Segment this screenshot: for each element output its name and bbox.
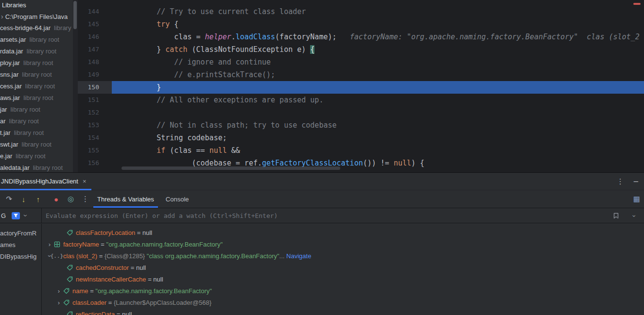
resume-icon[interactable]: ◎ <box>67 195 75 203</box>
line-number[interactable]: 152 <box>78 106 112 119</box>
tree-item[interactable]: rdata.jarlibrary root <box>0 46 73 57</box>
code-line[interactable]: 146 clas = helper.loadClass(factoryName)… <box>78 31 644 43</box>
variable-text: "class org.apache.naming.factory.BeanFac… <box>147 252 279 260</box>
line-number[interactable]: 151 <box>78 94 112 106</box>
line-number[interactable]: 147 <box>78 43 112 56</box>
frame-item[interactable]: DIBypassHig <box>0 251 41 263</box>
code-line[interactable]: 148 // ignore and continue <box>78 56 644 68</box>
code-segment: // ignore and continue <box>122 58 271 66</box>
minimize-icon[interactable]: ─ <box>634 178 638 185</box>
debug-session-tab[interactable]: JNDIBypassHighJavaClient × <box>0 173 91 190</box>
tab-threads-variables[interactable]: Threads & Variables <box>91 190 160 208</box>
tree-item-label: C:\Program Files\Java <box>5 13 68 20</box>
tree-item[interactable]: jarlibrary root <box>0 104 73 116</box>
variable-row[interactable]: classFactoryLocation = null <box>42 227 644 238</box>
code-segment: clas (slot_2 <box>587 33 639 41</box>
variable-row[interactable]: cachedConstructor = null <box>42 262 644 273</box>
filter-icon[interactable] <box>12 212 20 219</box>
variable-row[interactable]: reflectionData = null <box>42 308 644 315</box>
tree-item-label: sns.jar <box>0 71 18 78</box>
libraries-scrollbar[interactable] <box>73 0 78 172</box>
code-line[interactable]: 153 // Not in class path; try to use cod… <box>78 119 644 132</box>
tree-item[interactable]: swt.jarlibrary root <box>0 139 73 150</box>
line-number[interactable]: 153 <box>78 119 112 132</box>
code-line[interactable]: 152 <box>78 106 644 119</box>
tree-item[interactable]: arlibrary root <box>0 116 73 127</box>
frame-item[interactable]: actoryFromR <box>0 228 41 239</box>
chevron-right-icon[interactable]: › <box>55 287 62 295</box>
more-options-icon[interactable]: ⋮ <box>617 177 624 186</box>
close-icon[interactable]: × <box>83 178 87 185</box>
editor-horizontal-scrollbar[interactable] <box>122 166 340 170</box>
variable-row[interactable]: ›factoryName = "org.apache.naming.factor… <box>42 238 644 250</box>
line-number[interactable]: 148 <box>78 56 112 68</box>
bookmark-icon[interactable] <box>613 213 619 220</box>
tree-item[interactable]: cess-bridge-64.jarlibrary root <box>0 22 73 34</box>
line-number[interactable]: 150 <box>78 81 112 94</box>
code-segment: catch <box>165 45 187 54</box>
frame-item[interactable]: ames <box>0 239 41 251</box>
chevron-down-icon[interactable]: › <box>46 252 53 259</box>
tree-item[interactable]: e.jarlibrary root <box>0 150 73 162</box>
code-line[interactable]: 150 } <box>78 81 644 94</box>
tree-item[interactable]: aws.jarlibrary root <box>0 92 73 104</box>
code-line[interactable]: 151 // All other exceptions are passed u… <box>78 94 644 106</box>
chevron-right-icon[interactable]: › <box>55 299 62 306</box>
variable-row[interactable]: ›name = "org.apache.naming.factory.BeanF… <box>42 285 644 297</box>
variable-row[interactable]: newInstanceCallerCache = null <box>42 273 644 285</box>
chevron-right-icon[interactable]: › <box>1 13 3 20</box>
tree-item[interactable]: arsets.jarlibrary root <box>0 34 73 46</box>
variable-text: {Class@1285} <box>104 252 145 260</box>
navigate-link[interactable]: Navigate <box>286 252 311 260</box>
line-number[interactable]: 146 <box>78 31 112 43</box>
line-number[interactable]: 155 <box>78 144 112 157</box>
tab-console-label: Console <box>166 196 189 203</box>
code-line[interactable]: 147 } catch (ClassNotFoundException e) { <box>78 43 644 56</box>
chevron-right-icon[interactable]: › <box>46 241 53 248</box>
code-line[interactable]: 155 if (clas == null && <box>78 144 644 157</box>
libraries-root-label[interactable]: Libraries <box>0 0 73 11</box>
variable-text: null <box>153 276 163 283</box>
stop-icon[interactable]: ● <box>52 195 60 203</box>
code-text: // Not in class path; try to use codebas… <box>112 119 644 132</box>
line-number[interactable]: 145 <box>78 18 112 31</box>
line-number[interactable]: 144 <box>78 5 112 18</box>
error-stripe-mark[interactable] <box>633 3 641 5</box>
tree-item-suffix: library root <box>23 94 53 101</box>
code-segment: // Try to use current class loader <box>122 7 306 16</box>
tree-item[interactable]: t.jarlibrary root <box>0 127 73 139</box>
step-into-icon[interactable]: ↓ <box>19 195 28 203</box>
code-segment: null <box>209 146 227 155</box>
code-text: // e.printStackTrace(); <box>112 68 644 81</box>
variable-row[interactable]: ›{..}clas (slot_2) = {Class@1285} "class… <box>42 250 644 262</box>
tree-item[interactable]: ›C:\Program Files\Java <box>0 11 73 22</box>
code-line[interactable]: 144 // Try to use current class loader <box>78 5 644 18</box>
code-line[interactable]: 154 String codebase; <box>78 132 644 144</box>
tree-item-label: cess-bridge-64.jar <box>0 24 51 32</box>
scrollbar-thumb[interactable] <box>73 1 77 29</box>
line-number[interactable]: 156 <box>78 157 112 169</box>
tree-item[interactable]: cess.jarlibrary root <box>0 81 73 92</box>
code-line[interactable]: 149 // e.printStackTrace(); <box>78 68 644 81</box>
variable-text: = <box>88 287 96 295</box>
code-text: } <box>112 81 644 94</box>
code-line[interactable]: 145 try { <box>78 18 644 31</box>
more-icon[interactable]: ⋮ <box>81 195 89 203</box>
variable-row[interactable]: ›classLoader = {Launcher$AppClassLoader@… <box>42 297 644 308</box>
tab-console[interactable]: Console <box>160 190 195 208</box>
tree-item[interactable]: aledata.jarlibrary root <box>0 162 73 172</box>
evaluate-expression-input[interactable]: Evaluate expression (Enter) or add a wat… <box>42 208 644 223</box>
tree-item[interactable]: ploy.jarlibrary root <box>0 57 73 69</box>
braces-icon: {..} <box>53 253 61 259</box>
rerun-debug-icon[interactable]: ↷ <box>5 195 13 203</box>
chevron-down-icon[interactable]: › <box>630 214 638 218</box>
code-editor[interactable]: 144 // Try to use current class loader14… <box>78 0 644 172</box>
tree-item[interactable]: sns.jarlibrary root <box>0 69 73 81</box>
line-number[interactable]: 154 <box>78 132 112 144</box>
chevron-down-icon[interactable]: › <box>22 215 30 217</box>
tree-item-label: jar <box>0 106 7 113</box>
step-out-icon[interactable]: ↑ <box>34 195 42 203</box>
variable-text: = <box>99 241 106 248</box>
line-number[interactable]: 149 <box>78 68 112 81</box>
layout-settings-icon[interactable]: ▦ <box>633 195 640 203</box>
